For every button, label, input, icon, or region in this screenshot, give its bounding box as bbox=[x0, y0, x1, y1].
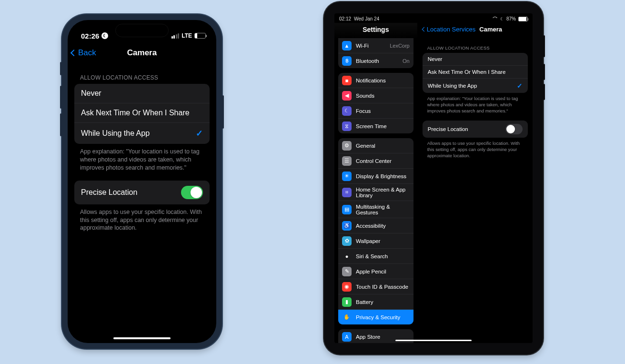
sidebar-item-sounds[interactable]: ◀Sounds bbox=[338, 88, 413, 103]
chevron-left-icon bbox=[71, 50, 77, 56]
sidebar-item-label: Focus bbox=[356, 108, 371, 114]
sidebar-item-label: Control Center bbox=[356, 158, 392, 164]
precise-location-row[interactable]: Precise Location bbox=[74, 181, 210, 204]
sidebar-item-display-brightness[interactable]: ☀Display & Brightness bbox=[338, 169, 413, 184]
sidebar-item-value: LexCorp bbox=[390, 43, 410, 49]
sidebar-item-apple-pencil[interactable]: ✎Apple Pencil bbox=[338, 264, 413, 279]
option-never[interactable]: Never bbox=[423, 53, 528, 66]
sidebar-item-label: Wi-Fi bbox=[356, 43, 369, 49]
sidebar-item-label: Notifications bbox=[356, 78, 386, 83]
sidebar-item-label: Home Screen & App Library bbox=[356, 187, 410, 198]
option-ask-next-time[interactable]: Ask Next Time Or When I Share bbox=[74, 103, 210, 123]
sidebar-item-focus[interactable]: ☾Focus bbox=[338, 103, 413, 119]
volume-down-button bbox=[60, 113, 62, 136]
astore-icon: A bbox=[342, 332, 352, 342]
multi-icon: ▤ bbox=[342, 205, 352, 214]
sidebar-item-control-center[interactable]: ☰Control Center bbox=[338, 153, 413, 169]
checkmark-icon: ✓ bbox=[517, 82, 523, 90]
touch-icon: ◉ bbox=[342, 282, 352, 292]
precise-location-label: Precise Location bbox=[428, 126, 468, 132]
sidebar-title: Settings bbox=[334, 23, 417, 38]
sidebar-item-multitasking-gestures[interactable]: ▤Multitasking & Gestures bbox=[338, 201, 413, 218]
sidebar-item-privacy-security[interactable]: ✋Privacy & Security bbox=[338, 310, 413, 324]
precise-location-row[interactable]: Precise Location bbox=[423, 121, 528, 138]
detail-title: Camera bbox=[479, 26, 502, 33]
gear-icon: ⚙ bbox=[342, 141, 352, 151]
sound-icon: ◀ bbox=[342, 91, 352, 101]
home-indicator[interactable] bbox=[113, 337, 171, 339]
precise-footer-text: Allows apps to use your specific locatio… bbox=[74, 204, 210, 233]
settings-sidebar: Settings ▲Wi-FiLexCorp฿BluetoothOn ■Noti… bbox=[334, 23, 418, 343]
sidebar-item-label: App Store bbox=[356, 334, 380, 340]
sidebar-item-label: General bbox=[356, 143, 375, 149]
option-label: Ask Next Time Or When I Share bbox=[428, 69, 506, 75]
option-ask-next-time[interactable]: Ask Next Time Or When I Share bbox=[423, 66, 528, 79]
sidebar-item-wi-fi[interactable]: ▲Wi-FiLexCorp bbox=[338, 38, 413, 53]
volume-down-button bbox=[543, 84, 545, 100]
mute-switch bbox=[60, 62, 62, 75]
timer-icon: ⧖ bbox=[342, 121, 352, 131]
pencil-icon: ✎ bbox=[342, 267, 352, 276]
batt-icon: ▮ bbox=[342, 297, 352, 307]
cellular-bars-icon bbox=[171, 33, 180, 39]
sidebar-item-battery[interactable]: ▮Battery bbox=[338, 294, 413, 310]
ipad-device: 02:12 Wed Jan 24 ☾ 87% Settings ▲Wi-FiLe… bbox=[324, 2, 543, 354]
wall-icon: ✿ bbox=[342, 236, 352, 246]
sidebar-item-accessibility[interactable]: ♿Accessibility bbox=[338, 218, 413, 233]
sidebar-item-bluetooth[interactable]: ฿BluetoothOn bbox=[338, 53, 413, 68]
sidebar-item-siri-search[interactable]: ●Siri & Search bbox=[338, 249, 413, 264]
sidebar-item-touch-id-passcode[interactable]: ◉Touch ID & Passcode bbox=[338, 279, 413, 294]
detail-pane: Location Services Camera Allow Location … bbox=[418, 23, 533, 343]
carrier-label: LTE bbox=[181, 32, 192, 39]
siri-icon: ● bbox=[342, 252, 352, 261]
hand-icon: ✋ bbox=[342, 313, 352, 322]
option-never[interactable]: Never bbox=[74, 84, 210, 103]
sidebar-item-notifications[interactable]: ■Notifications bbox=[338, 73, 413, 88]
option-label: While Using the App bbox=[428, 83, 477, 89]
wifi-icon: ▲ bbox=[342, 41, 352, 51]
bell-icon: ■ bbox=[342, 76, 352, 85]
section-header-location: Allow Location Access bbox=[423, 38, 528, 53]
option-label: Never bbox=[81, 89, 101, 98]
dynamic-island bbox=[115, 24, 169, 37]
sidebar-item-label: Display & Brightness bbox=[356, 173, 406, 179]
sidebar-item-label: Wallpaper bbox=[356, 238, 380, 244]
sidebar-item-home-screen-app-library[interactable]: ⌗Home Screen & App Library bbox=[338, 184, 413, 201]
option-while-using[interactable]: While Using the App ✓ bbox=[74, 123, 210, 144]
sidebar-item-screen-time[interactable]: ⧖Screen Time bbox=[338, 119, 413, 133]
option-label: Ask Next Time Or When I Share bbox=[81, 109, 190, 117]
iphone-screen: 02:26 ☾ LTE 22 Back Camera Allow Locatio… bbox=[68, 20, 216, 343]
access-icon: ♿ bbox=[342, 221, 352, 231]
bright-icon: ☀ bbox=[342, 172, 352, 181]
sidebar-item-wallpaper[interactable]: ✿Wallpaper bbox=[338, 233, 413, 249]
precise-location-toggle[interactable] bbox=[181, 186, 203, 199]
sidebar-item-label: Screen Time bbox=[356, 123, 387, 129]
back-label: Back bbox=[78, 48, 96, 58]
sidebar-item-label: Battery bbox=[356, 299, 373, 305]
status-time: 02:26 bbox=[81, 32, 99, 40]
iphone-device: 02:26 ☾ LTE 22 Back Camera Allow Locatio… bbox=[62, 14, 222, 349]
battery-percent: 87% bbox=[506, 16, 516, 21]
sidebar-item-label: Touch ID & Passcode bbox=[356, 284, 408, 290]
nav-bar: Back Camera bbox=[68, 43, 216, 63]
wifi-icon bbox=[492, 17, 498, 21]
sidebar-item-label: Siri & Search bbox=[356, 253, 388, 259]
home-icon: ⌗ bbox=[342, 188, 352, 197]
back-button[interactable]: Back bbox=[71, 48, 96, 58]
back-button[interactable]: Location Services bbox=[423, 26, 476, 33]
precise-footer-text: Allows apps to use your specific locatio… bbox=[423, 138, 528, 159]
status-bar: 02:12 Wed Jan 24 ☾ 87% bbox=[334, 13, 533, 23]
focus-moon-icon: ☾ bbox=[500, 17, 504, 21]
home-indicator[interactable] bbox=[395, 340, 472, 341]
option-while-using[interactable]: While Using the App ✓ bbox=[423, 79, 528, 93]
moon-icon: ☾ bbox=[342, 106, 352, 116]
explanation-text: App explanation: "Your location is used … bbox=[74, 144, 210, 172]
precise-location-toggle[interactable] bbox=[505, 124, 523, 134]
location-options-group: Never Ask Next Time Or When I Share Whil… bbox=[74, 84, 210, 144]
sidebar-item-label: Bluetooth bbox=[356, 58, 379, 64]
sidebar-item-label: Apple Pencil bbox=[356, 269, 386, 274]
sidebar-item-label: Multitasking & Gestures bbox=[356, 204, 410, 215]
sidebar-item-general[interactable]: ⚙General bbox=[338, 138, 413, 153]
sidebar-group-notifications: ■Notifications◀Sounds☾Focus⧖Screen Time bbox=[338, 73, 413, 133]
sidebar-group-general: ⚙General☰Control Center☀Display & Bright… bbox=[338, 138, 413, 324]
